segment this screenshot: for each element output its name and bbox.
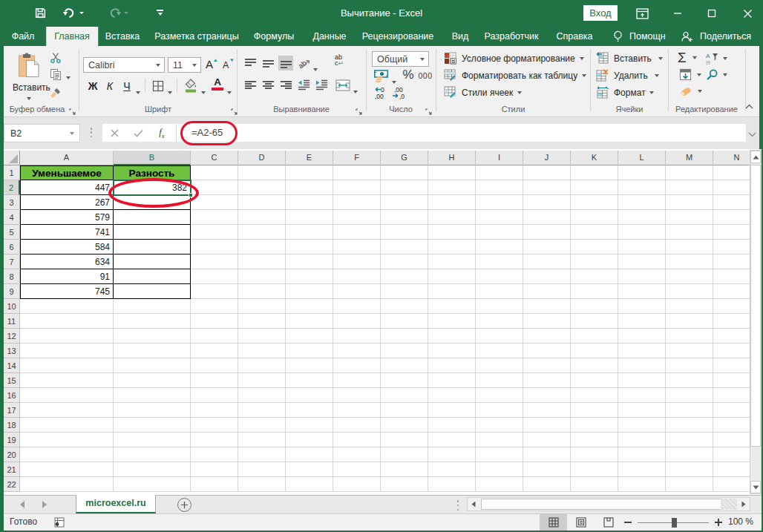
cell-B19[interactable] [114, 433, 191, 447]
row-header-21[interactable]: 21 [4, 462, 20, 477]
cell-I15[interactable] [476, 373, 523, 388]
row-header-13[interactable]: 13 [4, 344, 20, 358]
cell-H11[interactable] [428, 314, 476, 329]
cell-L7[interactable] [618, 254, 666, 269]
cell-H3[interactable] [428, 195, 476, 210]
cell-H17[interactable] [428, 403, 476, 418]
cell-E1[interactable] [286, 165, 333, 180]
clipboard-dialog-launcher-icon[interactable] [69, 105, 76, 113]
cell-C4[interactable] [191, 210, 238, 225]
cell-A11[interactable] [20, 314, 114, 329]
cell-L13[interactable] [618, 344, 666, 358]
increase-font-size-button[interactable]: A [204, 56, 219, 71]
cell-E8[interactable] [286, 269, 333, 284]
paste-button[interactable]: Вставить [13, 53, 45, 100]
maximize-button[interactable] [699, 0, 724, 27]
page-layout-view-button[interactable] [567, 514, 595, 531]
cell-A21[interactable] [20, 462, 114, 477]
cell-M9[interactable] [666, 284, 713, 299]
cell-B13[interactable] [114, 344, 191, 358]
cell-I5[interactable] [476, 225, 523, 240]
cell-G1[interactable] [381, 165, 428, 180]
cell-A16[interactable] [20, 388, 114, 403]
column-header-F[interactable]: F [333, 151, 381, 165]
cell-J21[interactable] [523, 462, 571, 477]
cell-E16[interactable] [286, 388, 333, 403]
row-header-6[interactable]: 6 [4, 240, 20, 254]
row-header-12[interactable]: 12 [4, 329, 20, 344]
cell-J6[interactable] [523, 240, 571, 254]
cell-D22[interactable] [238, 477, 286, 492]
cell-D13[interactable] [238, 344, 286, 358]
cell-M18[interactable] [666, 418, 713, 433]
row-header-18[interactable]: 18 [4, 418, 20, 433]
column-header-A[interactable]: A [20, 151, 114, 165]
cell-K3[interactable] [571, 195, 618, 210]
row-header-1[interactable]: 1 [4, 165, 20, 180]
cell-K16[interactable] [571, 388, 618, 403]
cell-H12[interactable] [428, 329, 476, 344]
cell-B18[interactable] [114, 418, 191, 433]
cell-H21[interactable] [428, 462, 476, 477]
cell-K10[interactable] [571, 299, 618, 314]
cell-M5[interactable] [666, 225, 713, 240]
sign-in-button[interactable]: Вход [583, 5, 618, 21]
cell-E10[interactable] [286, 299, 333, 314]
cell-C3[interactable] [191, 195, 238, 210]
cell-K19[interactable] [571, 433, 618, 447]
cell-D17[interactable] [238, 403, 286, 418]
cell-F8[interactable] [333, 269, 381, 284]
column-header-E[interactable]: E [286, 151, 333, 165]
cell-F4[interactable] [333, 210, 381, 225]
cell-E22[interactable] [286, 477, 333, 492]
cell-K21[interactable] [571, 462, 618, 477]
cell-D16[interactable] [238, 388, 286, 403]
cell-I4[interactable] [476, 210, 523, 225]
sheet-tab-active[interactable]: microexcel.ru [76, 495, 156, 513]
cell-L20[interactable] [618, 447, 666, 462]
cell-M2[interactable] [666, 180, 713, 195]
row-header-8[interactable]: 8 [4, 269, 20, 284]
cell-H20[interactable] [428, 447, 476, 462]
cell-B10[interactable] [114, 299, 191, 314]
find-select-button[interactable] [706, 68, 727, 81]
cell-A19[interactable] [20, 433, 114, 447]
cell-D10[interactable] [238, 299, 286, 314]
format-painter-button[interactable] [48, 85, 63, 98]
column-header-B[interactable]: B [114, 151, 191, 165]
row-header-17[interactable]: 17 [4, 403, 20, 418]
share[interactable]: Поделиться [681, 27, 751, 46]
zoom-out-icon[interactable] [624, 522, 632, 523]
align-center-button[interactable] [261, 77, 275, 92]
cell-M16[interactable] [666, 388, 713, 403]
vertical-scroll-thumb[interactable] [750, 165, 761, 447]
cell-J20[interactable] [523, 447, 571, 462]
cell-F5[interactable] [333, 225, 381, 240]
cell-G11[interactable] [381, 314, 428, 329]
cell-K7[interactable] [571, 254, 618, 269]
cell-E19[interactable] [286, 433, 333, 447]
cell-C8[interactable] [191, 269, 238, 284]
insert-function-icon[interactable]: fx [150, 124, 174, 142]
cell-C17[interactable] [191, 403, 238, 418]
cell-I7[interactable] [476, 254, 523, 269]
cell-G2[interactable] [381, 180, 428, 195]
conditional-formatting-button[interactable]: Условное форматирование [444, 52, 584, 65]
increase-indent-button[interactable] [314, 77, 329, 92]
select-all-corner[interactable] [4, 151, 20, 165]
cell-F18[interactable] [333, 418, 381, 433]
expand-formula-bar-icon[interactable] [748, 127, 756, 140]
cell-M15[interactable] [666, 373, 713, 388]
cell-F7[interactable] [333, 254, 381, 269]
cell-A1[interactable]: Уменьшаемое [20, 165, 114, 180]
cell-G7[interactable] [381, 254, 428, 269]
cell-G8[interactable] [381, 269, 428, 284]
cell-F10[interactable] [333, 299, 381, 314]
cell-G5[interactable] [381, 225, 428, 240]
cell-I17[interactable] [476, 403, 523, 418]
column-header-H[interactable]: H [428, 151, 476, 165]
cell-G21[interactable] [381, 462, 428, 477]
sort-filter-button[interactable]: А Я [706, 52, 727, 65]
tab-split-grip[interactable] [456, 500, 459, 510]
cell-A6[interactable]: 584 [20, 240, 114, 254]
